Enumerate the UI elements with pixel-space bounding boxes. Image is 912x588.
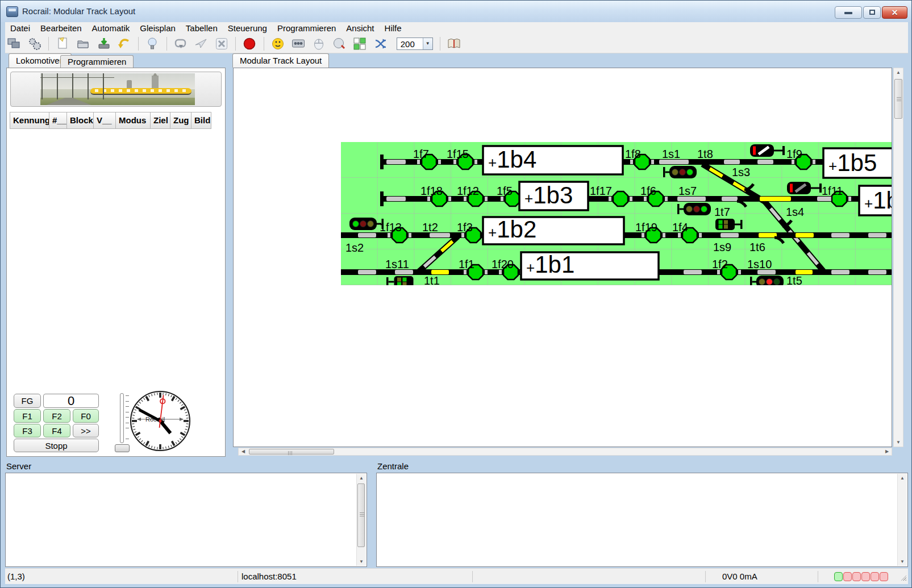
buffer-stop[interactable] xyxy=(380,191,384,206)
track-canvas[interactable]: 1f71f151f81f91f181f121f51f171f61f111f131… xyxy=(233,68,892,447)
track-segment[interactable] xyxy=(684,270,702,274)
col-ziel[interactable]: Ziel xyxy=(150,112,170,129)
mouse-icon[interactable] xyxy=(311,36,326,51)
titlebar[interactable]: Rocrail: Modular Track Layout ✕ xyxy=(1,1,912,22)
resize-grip[interactable] xyxy=(900,574,906,581)
block-1b5[interactable]: +1b5 xyxy=(823,148,892,178)
track-segment[interactable] xyxy=(759,233,777,237)
fg-button[interactable]: FG xyxy=(14,394,41,408)
menu-programmieren[interactable]: Programmieren xyxy=(272,22,341,35)
buffer-stop[interactable] xyxy=(380,155,384,169)
scroll-up-icon[interactable]: ▲ xyxy=(894,68,903,77)
track-segment[interactable] xyxy=(721,233,739,237)
tab-modular-track-layout[interactable]: Modular Track Layout xyxy=(232,53,329,68)
track-segment[interactable] xyxy=(659,160,689,164)
menu-ansicht[interactable]: Ansicht xyxy=(341,22,379,35)
track-segment[interactable] xyxy=(831,270,849,274)
scroll-up-icon[interactable]: ▲ xyxy=(357,474,366,482)
new-document-icon[interactable] xyxy=(56,36,70,51)
block-1b6[interactable]: +1b6 xyxy=(859,186,892,215)
tab-programmieren[interactable]: Programmieren xyxy=(60,55,134,68)
speed-display[interactable]: 0 xyxy=(43,394,99,408)
send-icon[interactable] xyxy=(194,36,209,51)
blocks-icon[interactable] xyxy=(352,36,367,51)
block-1b1[interactable]: +1b1 xyxy=(521,251,659,280)
menu-steuerung[interactable]: Steuerung xyxy=(223,22,272,35)
track-segment[interactable] xyxy=(677,197,706,201)
track-plan[interactable]: 1f71f151f81f91f181f121f51f171f61f111f131… xyxy=(341,142,892,285)
track-segment[interactable] xyxy=(386,197,406,201)
col-modus[interactable]: Modus xyxy=(115,112,151,129)
vscroll-thumb[interactable] xyxy=(894,79,902,119)
menu-bearbeiten[interactable]: Bearbeiten xyxy=(35,22,87,35)
track-segment[interactable] xyxy=(724,160,740,164)
track-segment[interactable] xyxy=(796,270,813,274)
server-log[interactable]: ▲ ▼ xyxy=(5,473,367,567)
close-button[interactable]: ✕ xyxy=(882,6,907,19)
track-segment[interactable] xyxy=(430,233,450,237)
refresh-icon[interactable] xyxy=(173,36,188,51)
stop-button[interactable]: Stopp xyxy=(14,439,99,452)
track-segment[interactable] xyxy=(431,270,449,274)
stop-icon[interactable] xyxy=(242,36,257,51)
loco-photo[interactable] xyxy=(40,73,195,105)
shuffle-icon[interactable] xyxy=(373,36,388,51)
monitors-icon[interactable] xyxy=(7,36,22,51)
col-zug[interactable]: Zug xyxy=(170,112,191,129)
loco-list[interactable] xyxy=(10,129,222,391)
track-segment[interactable] xyxy=(757,270,776,274)
lamp-icon[interactable] xyxy=(145,36,160,51)
scroll-down-icon[interactable]: ▼ xyxy=(357,557,366,566)
menu-hilfe[interactable]: Hilfe xyxy=(380,22,407,35)
track-segment[interactable] xyxy=(358,270,376,274)
track-segment[interactable] xyxy=(757,160,773,164)
zoom-level-select[interactable]: 200▼ xyxy=(397,37,433,50)
col-block[interactable]: Block xyxy=(66,112,94,129)
scroll-left-icon[interactable]: ◀ xyxy=(239,448,247,455)
track-segment[interactable] xyxy=(868,233,886,237)
zentrale-scrollbar[interactable]: ▲ ▼ xyxy=(897,474,907,566)
block-1b3[interactable]: +1b3 xyxy=(519,182,588,210)
canvas-hscrollbar[interactable]: ◀ ▶ xyxy=(238,448,892,456)
server-scrollbar[interactable]: ▲ ▼ xyxy=(356,474,366,566)
col-bild[interactable]: Bild xyxy=(191,112,211,129)
track-segment[interactable] xyxy=(868,270,886,274)
smiley-icon[interactable] xyxy=(270,36,285,51)
block-1b4[interactable]: +1b4 xyxy=(483,146,623,174)
canvas-vscrollbar[interactable]: ▲ ▼ xyxy=(893,68,903,447)
fn-button-f0[interactable]: F0 xyxy=(73,409,99,423)
open-folder-icon[interactable] xyxy=(76,36,91,51)
fn-button-[interactable]: >> xyxy=(73,424,99,437)
track-segment[interactable] xyxy=(722,197,738,201)
menu-gleisplan[interactable]: Gleisplan xyxy=(135,22,181,35)
scroll-up-icon[interactable]: ▲ xyxy=(898,474,907,482)
menu-automatik[interactable]: Automatik xyxy=(87,22,135,35)
track-segment[interactable] xyxy=(796,233,814,237)
switch-panel-icon[interactable] xyxy=(291,36,306,51)
hscroll-thumb[interactable] xyxy=(249,449,334,454)
gears-icon[interactable] xyxy=(27,36,42,51)
menu-datei[interactable]: Datei xyxy=(5,22,35,35)
close-icon[interactable] xyxy=(214,36,229,51)
fn-button-f1[interactable]: F1 xyxy=(14,409,41,423)
track-segment[interactable] xyxy=(760,197,791,201)
track-segment[interactable] xyxy=(358,233,376,237)
col-[interactable]: #__ xyxy=(49,112,67,129)
book-icon[interactable] xyxy=(447,36,461,51)
zentrale-log[interactable]: ▲ ▼ xyxy=(376,473,908,567)
save-icon[interactable] xyxy=(97,36,111,51)
maximize-button[interactable] xyxy=(863,6,881,19)
fn-button-f2[interactable]: F2 xyxy=(43,409,70,423)
undo-icon[interactable] xyxy=(117,36,132,51)
fn-button-f3[interactable]: F3 xyxy=(14,424,41,437)
scroll-down-icon[interactable]: ▼ xyxy=(898,557,907,566)
slider-thumb[interactable] xyxy=(115,444,130,452)
col-v[interactable]: V__ xyxy=(93,112,116,129)
fn-button-f4[interactable]: F4 xyxy=(43,424,70,437)
menu-tabellen[interactable]: Tabellen xyxy=(181,22,223,35)
chevron-down-icon[interactable]: ▼ xyxy=(423,38,432,49)
scroll-right-icon[interactable]: ▶ xyxy=(883,448,891,455)
scroll-down-icon[interactable]: ▼ xyxy=(894,438,903,447)
col-kennung[interactable]: Kennung xyxy=(10,112,49,129)
track-segment[interactable] xyxy=(386,160,406,164)
